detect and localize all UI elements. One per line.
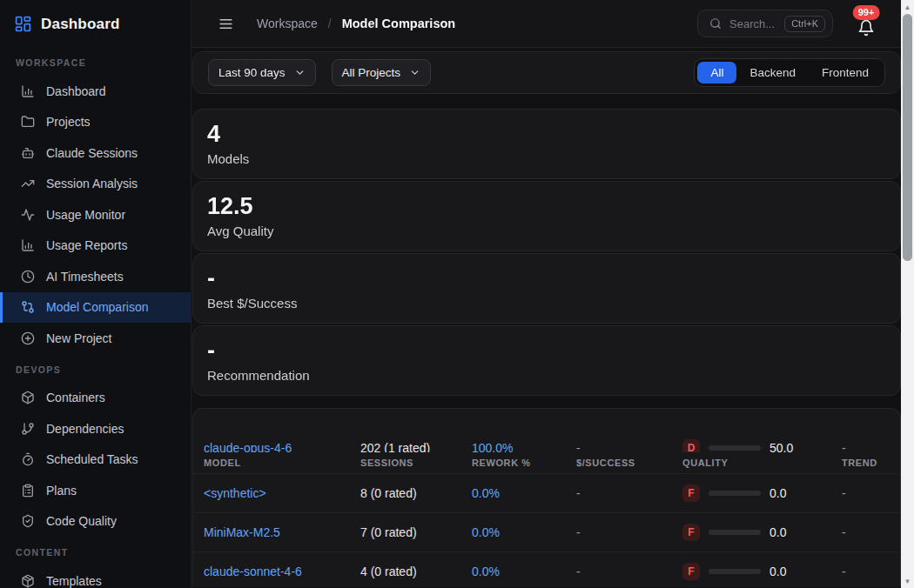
segment-backend[interactable]: Backend xyxy=(736,62,809,84)
package-icon xyxy=(21,574,35,588)
sidebar-item-containers[interactable]: Containers xyxy=(0,383,191,414)
table-header: MODEL SESSIONS REWORK % $/SUCCESS QUALIT… xyxy=(193,452,900,473)
sidebar-item-label: Model Comparison xyxy=(46,300,149,314)
scrollbar-down-arrow[interactable]: ▼ xyxy=(901,575,914,587)
column-header-trend[interactable]: TREND xyxy=(842,458,890,468)
sidebar-item-label: Plans xyxy=(46,484,77,498)
segment-all[interactable]: All xyxy=(697,62,736,84)
sidebar-item-usage-reports[interactable]: Usage Reports xyxy=(0,231,191,262)
sidebar-item-label: Session Analysis xyxy=(46,177,138,190)
search-input[interactable]: Search... Ctrl+K xyxy=(697,10,833,37)
brand-name: Dashboard xyxy=(41,16,120,33)
sidebar-item-claude-sessions[interactable]: Claude Sessions xyxy=(0,137,191,169)
trend-cell: - xyxy=(842,565,890,578)
sidebar-item-plans[interactable]: Plans xyxy=(0,475,191,506)
cost-cell: - xyxy=(576,486,682,500)
sidebar-item-label: Usage Monitor xyxy=(46,208,125,222)
model-link[interactable]: MiniMax-M2.5 xyxy=(204,525,360,539)
search-icon xyxy=(709,17,722,30)
bell-icon xyxy=(857,19,875,37)
stat-card-best-cost: - Best $/Success xyxy=(192,253,901,324)
breadcrumb-workspace[interactable]: Workspace xyxy=(257,17,318,30)
table-row: <synthetic> 8 (0 rated) 0.0% - F 0.0 - xyxy=(193,473,900,512)
stat-label: Recommendation xyxy=(207,368,886,383)
segment-frontend[interactable]: Frontend xyxy=(809,62,882,84)
column-header-quality[interactable]: QUALITY xyxy=(682,458,842,468)
stat-label: Best $/Success xyxy=(207,296,886,311)
sidebar-item-new-project[interactable]: New Project xyxy=(0,323,191,354)
notification-count-badge: 99+ xyxy=(853,5,880,20)
stat-value: 4 xyxy=(207,121,886,148)
column-header-sessions[interactable]: SESSIONS xyxy=(360,458,472,468)
sidebar-item-templates[interactable]: Templates xyxy=(0,565,191,588)
scrolled-row-clip: claude-opus-4-6 202 (1 rated) 100.0% - D… xyxy=(193,409,900,452)
clock-icon xyxy=(21,270,35,284)
sidebar-item-projects[interactable]: Projects xyxy=(0,107,191,138)
topbar: Workspace / Model Comparison Search... C… xyxy=(192,0,901,48)
sidebar-toggle-button[interactable] xyxy=(218,16,234,32)
sidebar-item-usage-monitor[interactable]: Usage Monitor xyxy=(0,199,191,231)
trend-cell: - xyxy=(842,525,890,539)
column-header-rework[interactable]: REWORK % xyxy=(472,458,576,468)
model-link[interactable]: <synthetic> xyxy=(204,486,360,500)
sessions-cell: 8 (0 rated) xyxy=(360,486,472,500)
sidebar-item-label: Containers xyxy=(46,391,105,404)
sidebar-item-scheduled-tasks[interactable]: Scheduled Tasks xyxy=(0,444,191,476)
folder-icon xyxy=(21,115,35,129)
shield-check-icon xyxy=(21,514,35,528)
column-header-model[interactable]: MODEL xyxy=(204,458,360,468)
quality-bar xyxy=(709,569,761,574)
scrollbar-up-arrow[interactable]: ▲ xyxy=(901,1,914,13)
sidebar-nav-devops: Containers Dependencies Scheduled Tasks … xyxy=(0,383,191,538)
cost-cell: - xyxy=(576,525,682,539)
sidebar: Dashboard WORKSPACE Dashboard Projects C… xyxy=(0,0,192,588)
sidebar-item-label: Claude Sessions xyxy=(46,146,138,160)
sidebar-item-label: New Project xyxy=(46,331,111,345)
project-select[interactable]: All Projects xyxy=(332,59,432,86)
bot-icon xyxy=(21,146,35,160)
quality-cell: F 0.0 xyxy=(682,484,842,502)
git-compare-icon xyxy=(21,300,35,314)
model-link[interactable]: claude-opus-4-6 xyxy=(204,441,360,453)
sidebar-item-label: Projects xyxy=(46,115,91,129)
table-row: claude-sonnet-4-6 4 (0 rated) 0.0% - F 0… xyxy=(193,551,900,587)
notifications-button[interactable]: 99+ xyxy=(856,12,877,35)
cost-cell: - xyxy=(576,441,682,453)
brand[interactable]: Dashboard xyxy=(0,0,191,47)
sidebar-item-ai-timesheets[interactable]: AI Timesheets xyxy=(0,261,191,292)
page-content: Last 90 days All Projects All Backend Fr… xyxy=(192,48,901,587)
bar-chart-icon xyxy=(21,238,35,252)
quality-value: 0.0 xyxy=(770,565,786,578)
sidebar-item-label: Dependencies xyxy=(46,422,124,436)
sidebar-item-session-analysis[interactable]: Session Analysis xyxy=(0,169,191,200)
quality-bar xyxy=(709,445,761,451)
sidebar-nav-content: Templates xyxy=(0,565,191,588)
model-link[interactable]: claude-sonnet-4-6 xyxy=(204,565,360,578)
scrollbar-thumb[interactable] xyxy=(903,14,912,261)
page-scrollbar[interactable]: ▲ ▼ xyxy=(901,0,914,588)
search-placeholder: Search... xyxy=(729,17,776,30)
rework-cell: 100.0% xyxy=(472,441,576,453)
rework-cell: 0.0% xyxy=(472,525,576,539)
trend-cell: - xyxy=(842,441,890,453)
timer-icon xyxy=(21,452,35,466)
sidebar-item-label: Code Quality xyxy=(46,514,117,528)
stat-card-avg-quality: 12.5 Avg Quality xyxy=(192,181,901,251)
plus-circle-icon xyxy=(21,331,35,345)
sidebar-item-dependencies[interactable]: Dependencies xyxy=(0,413,191,444)
stat-card-models: 4 Models xyxy=(192,109,901,179)
sidebar-item-model-comparison[interactable]: Model Comparison xyxy=(0,292,191,324)
sidebar-item-label: Scheduled Tasks xyxy=(46,452,138,466)
sidebar-item-code-quality[interactable]: Code Quality xyxy=(0,506,191,538)
sessions-cell: 7 (0 rated) xyxy=(360,525,472,539)
clipboard-icon xyxy=(21,484,35,498)
date-range-value: Last 90 days xyxy=(218,66,286,79)
sidebar-item-dashboard[interactable]: Dashboard xyxy=(0,76,191,107)
quality-value: 0.0 xyxy=(770,486,786,500)
scope-segmented-control: All Backend Frontend xyxy=(694,58,885,87)
date-range-select[interactable]: Last 90 days xyxy=(208,59,316,86)
chevron-down-icon xyxy=(294,67,306,78)
search-shortcut-hint: Ctrl+K xyxy=(784,16,825,32)
section-label-devops: DEVOPS xyxy=(0,354,191,383)
column-header-cost[interactable]: $/SUCCESS xyxy=(576,458,682,468)
